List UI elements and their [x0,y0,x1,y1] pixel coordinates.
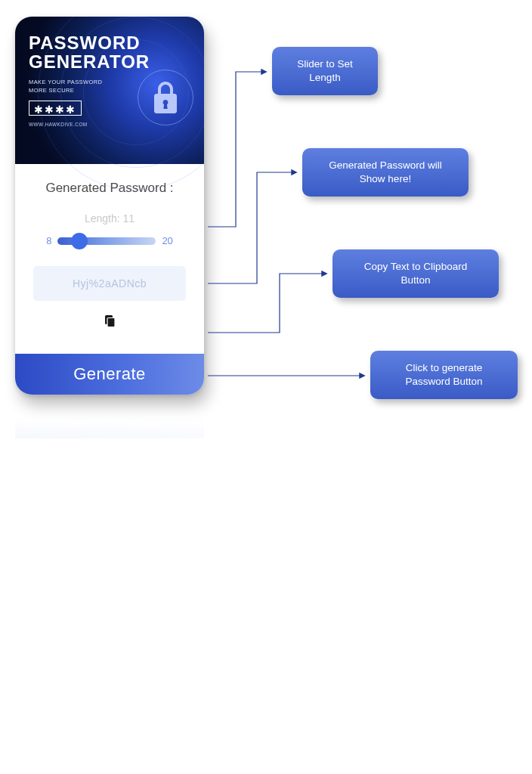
connector-arrow-1 [0,0,532,423]
